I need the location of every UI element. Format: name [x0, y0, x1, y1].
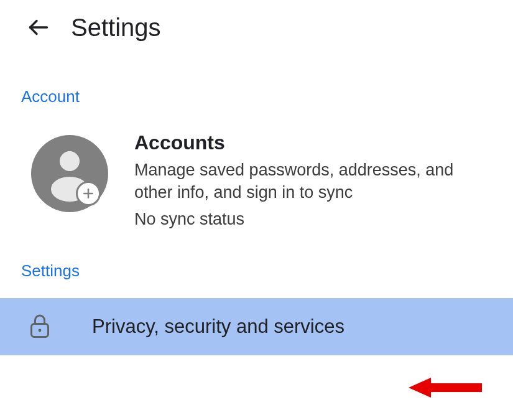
avatar-plus-badge	[76, 181, 101, 206]
svg-point-1	[60, 151, 80, 171]
back-button[interactable]	[24, 12, 53, 42]
plus-icon	[82, 187, 95, 200]
back-arrow-icon	[27, 16, 50, 39]
menu-item-privacy-label: Privacy, security and services	[92, 315, 344, 338]
annotation-arrow-icon	[409, 374, 483, 401]
accounts-text-block: Accounts Manage saved passwords, address…	[134, 131, 494, 229]
menu-item-privacy[interactable]: Privacy, security and services	[0, 298, 513, 355]
section-header-settings: Settings	[0, 229, 513, 298]
svg-marker-7	[409, 378, 482, 398]
lock-icon	[29, 313, 66, 340]
header-bar: Settings	[0, 0, 513, 51]
avatar	[31, 135, 108, 212]
accounts-sync-status: No sync status	[134, 210, 494, 229]
accounts-row[interactable]: Accounts Manage saved passwords, address…	[0, 120, 513, 229]
page-title: Settings	[71, 14, 161, 42]
accounts-description: Manage saved passwords, addresses, and o…	[134, 159, 494, 203]
section-header-account: Account	[0, 51, 513, 120]
svg-point-6	[39, 329, 42, 332]
accounts-title: Accounts	[134, 131, 494, 154]
